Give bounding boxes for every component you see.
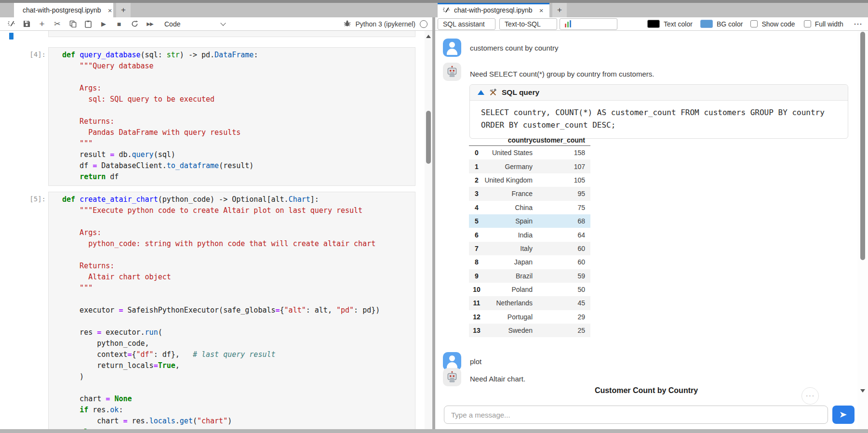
assistant-select[interactable]: SQL assistant [438,18,495,30]
table-row: 1Germany107 [469,159,590,173]
result-table: country customer_count 0United States158… [469,135,590,337]
scroll-up-icon[interactable] [426,35,431,38]
tab-bar: chat-with-postgresql.ipynb × + chat-with… [0,3,868,17]
mode-select-value: Text-to-SQL [505,20,541,28]
person-icon [449,355,455,361]
chat-toolbar: SQL assistant Text-to-SQL Text color BG … [435,17,868,31]
chart-actions-button[interactable]: ··· [801,387,819,405]
mode-select[interactable]: Text-to-SQL [499,18,557,30]
active-cell-indicator [9,33,13,39]
code-cell-clipped[interactable]: }), [48,31,415,37]
jupyterlab-window: chat-with-postgresql.ipynb × + chat-with… [0,0,868,433]
chat-message-user: customers count by country [470,44,558,52]
add-cell-icon[interactable]: + [34,18,50,30]
bg-color-label: BG color [717,20,743,28]
table-row: 2United Kingdom105 [469,173,590,187]
window-bottom-strip [0,429,868,433]
robot-icon [446,66,458,78]
person-icon [449,42,455,48]
full-width-checkbox[interactable] [804,20,811,27]
bg-color-swatch[interactable] [700,20,713,28]
tab-title: chat-with-postgresql.ipynb [23,6,101,14]
cut-cell-icon[interactable]: ✂ [50,18,65,30]
table-row: 4China75 [469,201,590,214]
sql-query-panel: SQL query SELECT country, COUNT(*) AS cu… [469,84,848,139]
more-menu-icon[interactable]: ⋯ [854,19,862,29]
send-button[interactable] [832,406,855,424]
stop-kernel-icon[interactable]: ■ [111,18,127,30]
chevron-down-icon [220,20,226,26]
chat-scroll-area[interactable]: customers count by country Need SELECT c… [435,31,868,429]
code-cell-4[interactable]: def query_database(sql: str) -> pd.DataF… [48,47,415,186]
restart-run-all-icon[interactable]: ▶▶ [142,18,158,30]
save-icon[interactable] [19,18,34,30]
robot-icon [446,371,458,383]
run-cell-icon[interactable]: ▶ [96,18,111,30]
kernel-status-icon [420,20,427,28]
new-tab-button[interactable]: + [116,3,131,17]
restart-kernel-icon[interactable] [127,18,142,30]
chat-pen-icon [442,6,450,14]
scrollbar-thumb[interactable] [426,111,431,164]
table-row: 7Italy60 [469,242,590,255]
sql-panel-header[interactable]: SQL query [470,85,848,101]
copy-cell-icon[interactable] [65,18,80,30]
tab-close-icon[interactable]: × [106,7,114,14]
show-code-checkbox[interactable] [750,20,758,27]
table-row: 9Brazil59 [469,269,590,283]
column-customer-count: customer_count [533,136,587,144]
assistant-avatar [443,63,461,81]
table-row: 8Japan60 [469,255,590,269]
scrollbar-thumb[interactable] [860,32,865,260]
sql-panel-title: SQL query [502,88,539,97]
cell-prompt: [4]: [1,51,46,58]
chart-title: Customer Count by Country [435,386,857,395]
table-row: 0United States158 [469,146,590,159]
table-row: 12Portugal29 [469,310,590,324]
assistant-select-value: SQL assistant [443,20,485,28]
table-row: 11Netherlands45 [469,296,590,310]
code-cell-5[interactable]: def create_atair_chart(python_code) -> O… [48,192,415,429]
table-row: 6India64 [469,228,590,241]
table-row: 13Sweden25 [469,324,590,337]
collapse-triangle-icon[interactable] [478,90,484,95]
table-row: 3France95 [469,187,590,200]
tab-title: chat-with-postgresql.ipynb [454,6,533,14]
full-width-label: Full width [815,20,843,28]
kernel-name[interactable]: Python 3 (ipykernel) [355,20,415,28]
paste-cell-icon[interactable] [80,18,96,30]
active-tab-indicator [438,3,549,4]
table-row: 10Poland50 [469,283,590,296]
notebook-scroll-area[interactable]: }), [4]: def query_database(sql: str) ->… [0,31,425,429]
tab-notebook[interactable]: chat-with-postgresql.ipynb × [14,3,113,17]
cell-prompt: [5]: [1,195,46,203]
hammer-pick-icon [489,88,497,97]
scroll-down-icon[interactable] [860,389,865,393]
chat-input[interactable] [444,406,828,424]
debugger-bug-icon[interactable] [344,20,351,28]
table-header: country customer_count [469,135,590,146]
ai-pen-icon[interactable] [3,18,19,30]
sql-code[interactable]: SELECT country, COUNT(*) AS customer_cou… [470,101,848,138]
cell-type-value: Code [164,20,180,28]
tab-chat-notebook[interactable]: chat-with-postgresql.ipynb × [438,3,549,17]
chat-message-assistant: Need Altair chart. [470,375,525,383]
bar-chart-icon [565,20,571,27]
column-country: country [484,136,533,144]
assistant-avatar [443,368,461,386]
chat-message-user: plot [470,357,481,366]
cell-type-select[interactable]: Code [164,20,228,28]
chat-message-assistant: Need SELECT count(*) group by country fr… [470,70,654,78]
tab-close-icon[interactable]: × [537,7,546,14]
table-row: 5Spain68 [469,214,590,228]
notebook-toolbar: + ✂ ▶ ■ ▶▶ Code Python 3 (ipykernel) [0,17,432,31]
notebook-scrollbar[interactable] [425,31,432,429]
user-avatar [443,39,461,57]
send-arrow-icon [840,411,847,418]
text-color-label: Text color [664,20,693,28]
new-tab-button[interactable]: + [552,3,567,17]
chart-type-select[interactable] [560,18,617,30]
chat-scrollbar[interactable] [857,31,868,429]
show-code-label: Show code [761,20,795,28]
text-color-swatch[interactable] [647,20,660,28]
